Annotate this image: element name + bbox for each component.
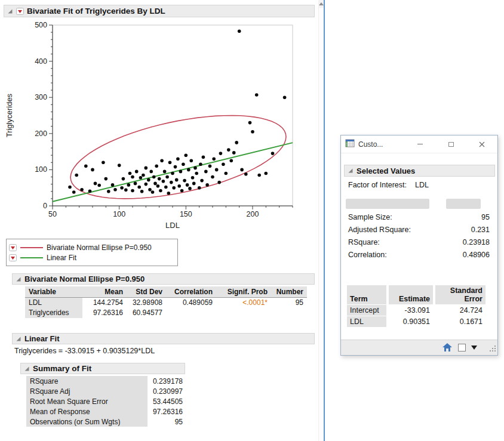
window-edge-splitter[interactable] [324,0,325,441]
disabled-button-placeholder [446,199,481,209]
column-header: Correlation [166,286,216,298]
table-cell: LDL [25,298,82,308]
disclosure-triangle-icon[interactable] [16,276,21,282]
red-triangle-menu-button[interactable] [9,254,17,261]
table-header-row: Variable Mean Std Dev Correlation Signif… [25,286,307,298]
custom-values-window: Custo... Selected Values Factor of Inter… [340,135,498,356]
table-cell: Mean of Response [26,406,147,417]
stats-list: Sample Size: 95 Adjusted RSquare: 0.231 … [348,213,490,263]
report-title: Bivariate Fit of Triglycerides By LDL [27,7,165,16]
ellipse-section-header: Bivariate Normal Ellipse P=0.950 [12,273,315,285]
table-cell: 97.26316 [82,308,127,318]
stat-label: Sample Size: [348,213,392,226]
color-well-button[interactable] [458,344,466,351]
close-icon [479,141,485,147]
stat-value: 0.231 [471,226,490,238]
section-title: Linear Fit [24,334,60,343]
fit-legend: Bivariate Normal Ellipse P=0.950 Linear … [6,239,178,266]
summary-of-fit-table: RSquare 0.239178 RSquare Adj 0.230997 Ro… [26,376,186,427]
table-cell: LDL [347,316,386,327]
table-cell: 0.489059 [166,298,216,308]
svg-text:50: 50 [48,210,57,218]
factor-value: LDL [415,181,429,189]
table-cell: 53.44505 [147,396,186,406]
table-cell-signif: <.0001* [216,298,271,308]
ellipse-line-sample-icon [20,247,43,248]
stat-label: RSquare: [348,238,380,251]
custom-window-icon [345,138,355,150]
stat-label: Adjusted RSquare: [348,226,411,238]
table-cell: 95 [271,298,307,308]
table-row: Triglycerides 97.26316 60.94577 [25,308,307,318]
table-row: RSquare Adj 0.230997 [26,386,186,396]
column-header: Number [271,286,307,298]
scatter-points [68,30,286,195]
stat-value: 0.23918 [463,238,490,251]
stat-label: Correlation: [348,251,387,263]
window-title: Custo... [358,140,383,149]
svg-text:200: 200 [35,129,47,138]
table-cell: 95 [147,417,186,427]
svg-text:150: 150 [180,210,192,218]
disclosure-triangle-icon[interactable] [24,366,30,372]
window-title-bar[interactable]: Custo... [341,135,497,153]
fit-equation: Triglycerides = -33.0915 + 0.9035129*LDL [14,347,155,355]
red-triangle-menu-button[interactable] [9,244,17,251]
maximize-button[interactable] [435,135,466,153]
window-caption-buttons [404,135,497,153]
legend-label: Bivariate Normal Ellipse P=0.950 [47,243,152,252]
resize-grip[interactable] [490,346,496,354]
vertical-scrollbar[interactable] [318,0,324,441]
legend-row-linear-fit: Linear Fit [9,254,175,262]
table-cell [271,308,307,318]
table-cell: 144.2754 [82,298,127,308]
section-title: Bivariate Normal Ellipse P=0.950 [24,275,145,283]
table-cell [166,308,216,318]
table-cell: RSquare [26,376,147,386]
section-title: Selected Values [357,166,415,175]
y-axis-label: Triglycerides [5,93,14,137]
disclosure-triangle-icon[interactable] [16,336,21,342]
table-cell: RSquare Adj [26,386,147,396]
table-cell: 0.239178 [147,376,186,386]
disclosure-triangle-icon[interactable] [7,8,13,14]
table-cell [216,308,271,318]
table-cell: Triglycerides [25,308,82,318]
parameter-estimates-table: Term Estimate Standard Error Intercept -… [345,285,488,328]
svg-text:400: 400 [35,57,47,66]
column-header: Signif. Prob [216,286,271,298]
fit-line-sample-icon [20,257,43,258]
disclosure-triangle-icon[interactable] [348,168,354,174]
stat-value: 0.48906 [463,251,490,263]
table-cell: 0.1671 [435,316,485,327]
arrow-up-icon [319,2,324,5]
svg-text:100: 100 [113,210,125,218]
stat-value: 95 [481,213,490,226]
stat-row: Adjusted RSquare: 0.231 [348,226,490,238]
x-axis-label: LDL [165,221,180,230]
ellipse-stats-table: Variable Mean Std Dev Correlation Signif… [25,286,307,318]
svg-text:200: 200 [247,210,259,218]
table-row: LDL 144.2754 32.98908 0.489059 <.0001* 9… [25,298,307,308]
table-row: Mean of Response 97.26316 [26,406,186,417]
table-cell: 32.98908 [127,298,166,308]
svg-text:300: 300 [35,93,47,101]
linear-fit-section-header: Linear Fit [12,333,315,344]
table-cell: 0.90351 [389,316,433,327]
selected-values-header: Selected Values [344,165,495,177]
svg-text:0: 0 [43,202,47,210]
table-cell: 24.724 [435,305,485,316]
close-button[interactable] [466,135,497,153]
table-row: Root Mean Square Error 53.44505 [26,396,186,406]
dropdown-caret-icon[interactable] [471,346,477,350]
stat-row: Sample Size: 95 [348,213,490,226]
red-triangle-menu-button[interactable] [16,8,24,15]
factor-of-interest-row: Factor of Interest:LDL [348,181,429,189]
scatter-plot[interactable]: 501001502000100200300400500LDLTriglyceri… [4,18,311,236]
home-button[interactable] [442,343,452,353]
minimize-button[interactable] [404,135,435,153]
stat-row: RSquare: 0.23918 [348,238,490,251]
disabled-field-placeholder [346,199,429,209]
home-icon [442,343,452,351]
table-cell: -33.091 [389,305,433,316]
